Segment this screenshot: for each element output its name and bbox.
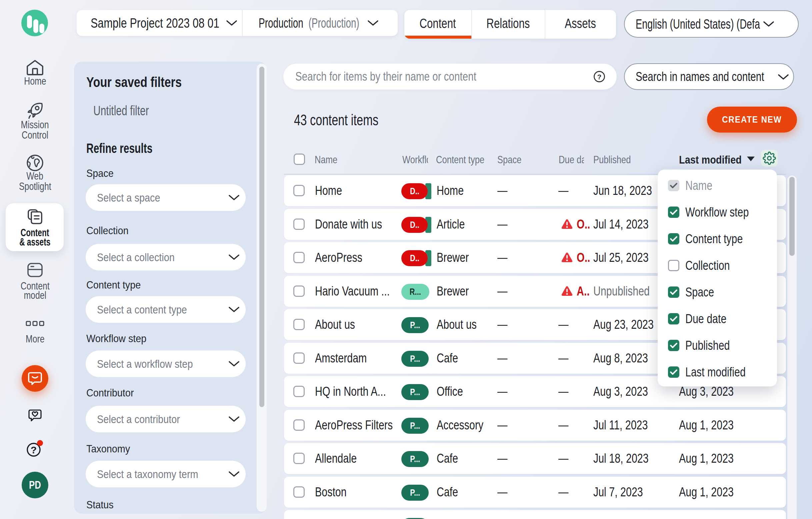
- svg-text:?: ?: [597, 73, 602, 81]
- svg-text:?: ?: [31, 445, 37, 455]
